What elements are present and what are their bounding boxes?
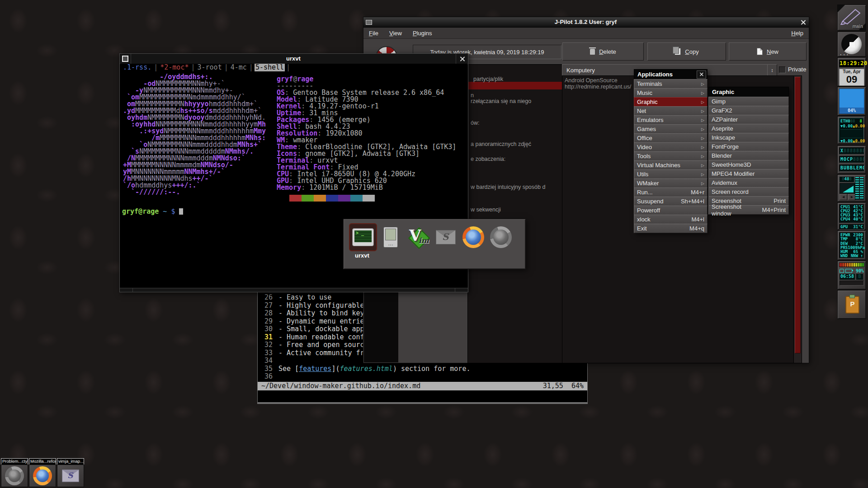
- close-icon[interactable]: [797, 17, 809, 27]
- scrollbar-thumb[interactable]: [795, 77, 801, 353]
- private-label: Private: [788, 66, 806, 73]
- menu-item-gimp[interactable]: Gimp: [708, 97, 789, 106]
- memo-line[interactable]: partycja/plik: [473, 76, 503, 82]
- record-title[interactable]: Android OpenSource: [565, 77, 618, 84]
- terminal-tab-1-rss[interactable]: .1-rss.: [122, 64, 152, 71]
- menu-item-exit[interactable]: ExitM4+q: [634, 224, 708, 233]
- menu-item-inkscape[interactable]: Inkscape: [708, 133, 789, 142]
- switcher-slot-gvim[interactable]: Vim: [405, 224, 431, 250]
- dock-mixer-app[interactable]: 8488 ◀ ▶: [837, 174, 866, 202]
- menu-item-tools[interactable]: Tools▷: [634, 151, 708, 161]
- copy-button[interactable]: Copy: [647, 42, 726, 61]
- menu-item-screenshot-window[interactable]: Screenshot windowM4+Print: [708, 205, 789, 215]
- graphic-submenu-titlebar[interactable]: Graphic: [708, 87, 789, 97]
- dock-status-led-app[interactable]: X88888888MOCP88888BUBBLEMON: [837, 145, 866, 174]
- terminal-tab-2-moc[interactable]: *2-moc*: [159, 64, 189, 71]
- submenu-arrow-icon: ▷: [701, 109, 704, 113]
- jpilot-titlebar[interactable]: J-Pilot 1.8.2 User: gryf: [363, 17, 809, 28]
- menu-item-fontforge[interactable]: FontForge: [708, 142, 789, 151]
- menu-item-mpeg4-modifier[interactable]: MPEG4 Modifier: [708, 169, 789, 178]
- window-menu-icon[interactable]: [363, 17, 374, 27]
- menu-item-games[interactable]: Games▷: [634, 124, 708, 134]
- palette-swatch: [289, 195, 302, 202]
- dock-weather-app[interactable]: EPWR2300TMP8°CDEW2°CPRS1009hPaHUM65 %WND…: [837, 230, 866, 260]
- dock-clip[interactable]: main: [837, 5, 866, 31]
- dock-clock-app[interactable]: 18:29:20 Tue, Apr 09: [837, 57, 866, 86]
- memo-line[interactable]: w sekwencji: [471, 206, 501, 213]
- menu-item-run[interactable]: Run...M4+r: [634, 188, 708, 197]
- menu-item-xlock[interactable]: xlockM4+l: [634, 215, 708, 224]
- category-spinner[interactable]: ↕: [767, 64, 777, 76]
- switcher-slot-firefox[interactable]: [460, 224, 486, 250]
- dock-monitor-app[interactable]: 04%: [837, 87, 866, 116]
- menu-item-sweethome3d[interactable]: SweetHome3D: [708, 160, 789, 169]
- menu-item-music[interactable]: Music▷: [634, 88, 708, 98]
- terminal-tab-4-mc[interactable]: 4-mc: [230, 64, 248, 71]
- scrollbar[interactable]: [793, 75, 802, 363]
- close-icon[interactable]: [697, 70, 706, 79]
- applications-menu-titlebar[interactable]: Applications: [634, 69, 708, 80]
- new-button[interactable]: New: [729, 42, 807, 61]
- terminal-tab-5-shell[interactable]: 5-shell: [255, 64, 285, 71]
- applications-menu[interactable]: Applications Terminals▷Music▷Graphic▷Net…: [634, 69, 708, 233]
- app-switcher-panel[interactable]: Vim S urxvt: [343, 219, 526, 269]
- menu-item-virtual-machines[interactable]: Virtual Machines▷: [634, 160, 708, 170]
- memo-line[interactable]: e zobaczenia:: [471, 156, 505, 162]
- jpilot-memo-list[interactable]: partycja/pliknrzełączania się na niegoów…: [467, 64, 562, 363]
- dock-jpilot-app[interactable]: P: [837, 290, 866, 319]
- close-icon[interactable]: [456, 54, 468, 64]
- memo-line[interactable]: ów:: [471, 120, 479, 126]
- switcher-slot-urxvt[interactable]: [349, 223, 377, 251]
- battery-percent: 90%: [856, 268, 864, 273]
- dock-temperature-app[interactable]: CPU141°CCPU242°CCPU343°CCPU440°C GPU 31°…: [837, 202, 866, 230]
- shell-prompt[interactable]: gryf@rage ~ $: [122, 208, 183, 215]
- terminal-tabbar[interactable]: .1-rss.|*2-moc*|3-root|4-mc|5-shell|: [122, 64, 292, 71]
- mixer-prev-button[interactable]: ◀: [840, 194, 847, 200]
- switcher-slot-jpilot[interactable]: [377, 224, 404, 250]
- resize-bar[interactable]: [120, 288, 468, 292]
- dock-network-app[interactable]: ETH0888 ▼0.00▲0.00 ▼0.00▲0.00: [837, 116, 865, 144]
- menu-item-video[interactable]: Video▷: [634, 142, 708, 152]
- switcher-slot-sylpheed[interactable]: S: [433, 224, 459, 250]
- category-label: Komputery: [566, 67, 595, 74]
- menu-item-susupend[interactable]: SusupendSh+M4+l: [634, 197, 708, 206]
- menu-plugins[interactable]: Plugins: [413, 30, 432, 37]
- switcher-slot-firefox2[interactable]: [488, 224, 514, 250]
- menu-item-azpainter[interactable]: AZPainter: [708, 115, 789, 124]
- menu-item-blender[interactable]: Blender: [708, 151, 789, 160]
- miniwindow-firefox[interactable]: Mozilla...refox: [29, 458, 56, 487]
- miniaturize-icon[interactable]: [120, 54, 131, 64]
- dock-yinyang-app[interactable]: ...: [837, 32, 866, 57]
- private-checkbox[interactable]: [779, 66, 786, 73]
- menu-file[interactable]: File: [369, 30, 378, 37]
- menu-item-office[interactable]: Office▷: [634, 133, 708, 143]
- menu-item-grafx2[interactable]: GraFX2: [708, 106, 789, 115]
- menu-item-emulators[interactable]: Emulators▷: [634, 115, 708, 125]
- terminal-titlebar[interactable]: urxvt: [120, 54, 468, 64]
- dock-battery-app[interactable]: 90% 06:58 B: [837, 261, 866, 290]
- jpilot-menubar[interactable]: File View Plugins Help: [363, 28, 809, 39]
- selected-row[interactable]: [468, 82, 562, 89]
- menu-item-avidemux[interactable]: Avidemux: [708, 178, 789, 188]
- graphic-submenu[interactable]: Graphic GimpGraFX2AZPainterAsepriteInksc…: [708, 87, 789, 215]
- menu-item-net[interactable]: Net▷: [634, 106, 708, 116]
- memo-line[interactable]: n: [471, 92, 474, 99]
- menu-item-screen-record[interactable]: Screen record: [708, 187, 789, 197]
- menu-item-terminals[interactable]: Terminals▷: [634, 79, 708, 89]
- record-url[interactable]: http://redmine.replicant.us/: [565, 84, 631, 90]
- menu-item-wmaker[interactable]: WMaker▷: [634, 178, 708, 188]
- miniwindow-sylpheed[interactable]: vimja_imap... S: [57, 458, 84, 487]
- delete-button[interactable]: Delete: [562, 42, 644, 61]
- menu-view[interactable]: View: [389, 30, 402, 37]
- terminal-tab-3-root[interactable]: 3-root: [197, 64, 223, 71]
- menu-help[interactable]: Help: [791, 30, 803, 37]
- menu-item-graphic[interactable]: Graphic▷: [634, 97, 708, 107]
- menu-item-aseprite[interactable]: Aseprite: [708, 124, 789, 133]
- menu-item-utils[interactable]: Utils▷: [634, 169, 708, 179]
- memo-line[interactable]: a panoramicznych zdjęć: [471, 141, 531, 147]
- memo-line[interactable]: w bardziej intuicyjny sposób d: [471, 184, 545, 190]
- miniwindow-problem[interactable]: Problem...ctyl: [1, 458, 28, 487]
- menu-item-poweroff[interactable]: Poweroff: [634, 206, 708, 215]
- led-ghost: 88: [850, 119, 855, 124]
- memo-line[interactable]: rzełączania się na niego: [471, 98, 531, 104]
